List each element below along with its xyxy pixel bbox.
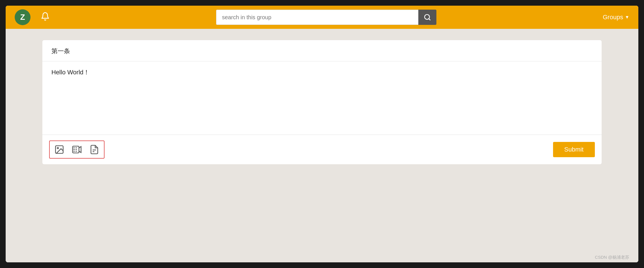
image-attachment-icon[interactable] [53, 143, 66, 156]
main-content: 第一条 Hello World！ [6, 29, 638, 262]
svg-rect-5 [73, 148, 75, 148]
svg-rect-7 [73, 151, 75, 152]
post-title: 第一条 [51, 47, 593, 55]
submit-button[interactable]: Submit [553, 142, 595, 157]
watermark: CSDN @杨浦老苏 [595, 255, 629, 260]
search-container [50, 10, 603, 25]
post-footer: Submit [42, 135, 602, 164]
search-button[interactable] [418, 10, 436, 25]
image-icon [54, 144, 64, 155]
svg-rect-10 [76, 151, 77, 152]
svg-rect-9 [76, 149, 77, 150]
svg-point-3 [57, 148, 59, 149]
post-body-text: Hello World！ [51, 68, 593, 77]
post-card: 第一条 Hello World！ [42, 40, 602, 164]
svg-line-1 [429, 19, 430, 20]
svg-rect-8 [76, 148, 77, 148]
groups-menu[interactable]: Groups ▼ [603, 14, 629, 21]
chevron-down-icon: ▼ [625, 15, 629, 20]
file-icon [89, 144, 99, 155]
navbar: Z Groups ▼ [6, 6, 638, 29]
post-body-area[interactable]: Hello World！ [42, 61, 602, 135]
app-logo[interactable]: Z [15, 9, 31, 25]
video-icon [72, 144, 82, 155]
search-wrapper [216, 10, 436, 25]
search-icon [424, 14, 431, 21]
search-input[interactable] [216, 10, 418, 25]
file-attachment-icon[interactable] [88, 143, 101, 156]
attachment-icons-group [49, 141, 105, 159]
notification-bell-icon[interactable] [41, 12, 50, 23]
svg-rect-6 [73, 149, 75, 150]
video-attachment-icon[interactable] [71, 143, 83, 156]
app-window: Z Groups ▼ [6, 6, 638, 262]
post-title-area: 第一条 [42, 40, 602, 61]
